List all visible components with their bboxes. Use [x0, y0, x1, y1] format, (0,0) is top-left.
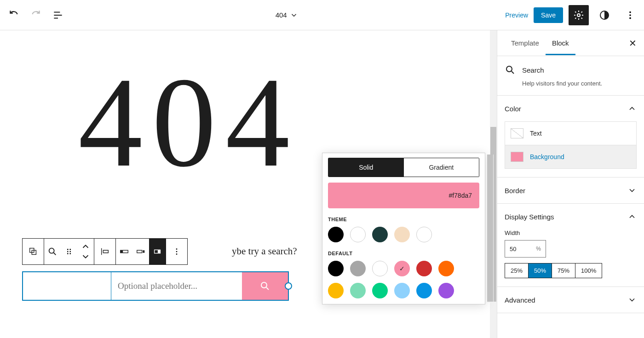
settings-button[interactable]	[569, 5, 589, 25]
svg-point-21	[176, 251, 178, 252]
drag-icon	[64, 246, 74, 257]
svg-point-10	[67, 251, 69, 252]
chevron-down-icon	[627, 186, 637, 195]
hex-input[interactable]: #f78da7	[328, 183, 479, 208]
settings-sidebar: Template Block ✕ Search Help visitors fi…	[497, 30, 644, 338]
solid-tab[interactable]: Solid	[328, 158, 404, 177]
color-item-background[interactable]: Background	[505, 145, 637, 169]
scrollbar-thumb[interactable]	[487, 155, 493, 302]
color-swatch[interactable]	[350, 227, 366, 242]
theme-colors-label: THEME	[328, 217, 479, 222]
color-popover: Solid Gradient #f78da7 THEME DEFAULT	[322, 153, 485, 304]
width-opt-75[interactable]: 75%	[552, 264, 575, 278]
redo-button[interactable]	[26, 5, 46, 25]
color-swatch[interactable]	[328, 261, 344, 276]
color-swatch[interactable]	[394, 227, 410, 242]
section-border-toggle[interactable]: Border	[497, 178, 644, 203]
paragraph-tail[interactable]: ybe try a search?	[232, 246, 297, 257]
width-input[interactable]: 50 %	[505, 240, 546, 258]
color-swatch[interactable]	[328, 227, 344, 242]
block-title: Search	[522, 66, 544, 74]
drag-handle[interactable]	[61, 239, 77, 264]
button-icon-button[interactable]	[149, 239, 166, 264]
kebab-icon	[625, 10, 635, 20]
svg-point-0	[577, 14, 580, 17]
undo-button[interactable]	[4, 5, 24, 25]
search-input[interactable]: Optional placeholder...	[111, 272, 242, 300]
gear-icon	[573, 10, 584, 21]
width-opt-100[interactable]: 100%	[575, 264, 602, 278]
color-swatch[interactable]	[328, 283, 344, 298]
block-toolbar	[22, 238, 188, 265]
list-view-button[interactable]	[48, 5, 68, 25]
contrast-icon	[599, 10, 610, 21]
search-icon	[505, 64, 516, 75]
styles-button[interactable]	[594, 5, 615, 25]
svg-point-13	[69, 253, 71, 254]
more-options-button[interactable]	[620, 5, 640, 25]
chevron-down-icon	[627, 295, 637, 304]
chevron-down-icon	[290, 11, 298, 19]
select-parent-button[interactable]	[23, 239, 44, 264]
gradient-tab[interactable]: Gradient	[404, 158, 479, 177]
color-swatch[interactable]	[372, 283, 388, 298]
default-colors-label: DEFAULT	[328, 251, 479, 256]
svg-point-11	[69, 251, 71, 252]
color-swatch[interactable]	[372, 261, 388, 276]
color-swatch[interactable]	[372, 227, 388, 242]
block-type-button[interactable]	[44, 239, 61, 264]
color-swatch[interactable]	[394, 283, 410, 298]
document-title: 404	[276, 11, 287, 19]
svg-point-7	[49, 248, 54, 253]
color-swatch[interactable]	[416, 283, 432, 298]
solid-gradient-toggle: Solid Gradient	[328, 158, 479, 177]
move-buttons[interactable]	[77, 239, 94, 264]
preview-button[interactable]: Preview	[505, 11, 528, 19]
svg-point-20	[176, 248, 178, 250]
color-swatch[interactable]	[416, 227, 432, 242]
search-block[interactable]: Optional placeholder...	[22, 271, 289, 301]
svg-point-8	[67, 249, 69, 250]
default-swatches-row1	[328, 261, 479, 276]
color-swatch[interactable]	[416, 261, 432, 276]
document-title-area[interactable]: 404	[68, 11, 505, 19]
search-label-area[interactable]	[23, 272, 111, 300]
default-swatches-row2	[328, 283, 479, 298]
svg-point-22	[176, 253, 178, 255]
color-swatch[interactable]	[438, 261, 454, 276]
toggle-label-button[interactable]	[116, 239, 132, 264]
close-sidebar-button[interactable]: ✕	[629, 38, 637, 49]
tab-template[interactable]: Template	[505, 31, 546, 55]
section-advanced-toggle[interactable]: Advanced	[497, 287, 644, 313]
color-item-text[interactable]: Text	[505, 121, 637, 145]
color-swatch[interactable]	[394, 261, 410, 276]
section-color-toggle[interactable]: Color	[497, 96, 644, 121]
top-toolbar: 404 Preview Save	[0, 0, 644, 30]
button-position-button[interactable]	[132, 239, 149, 264]
chevron-up-icon	[80, 241, 91, 252]
chevron-down-icon	[80, 252, 91, 262]
popover-scrollbar[interactable]	[487, 155, 494, 303]
search-submit-button[interactable]	[242, 272, 288, 300]
toolbar-right: Preview Save	[505, 5, 640, 25]
align-button[interactable]	[94, 239, 115, 264]
svg-point-9	[69, 249, 71, 250]
width-options: 25% 50% 75% 100%	[505, 263, 602, 278]
width-opt-25[interactable]: 25%	[505, 264, 529, 278]
block-more-button[interactable]	[166, 239, 187, 264]
color-swatch[interactable]	[350, 283, 366, 298]
section-display-toggle[interactable]: Display Settings	[497, 204, 644, 229]
color-swatch[interactable]	[350, 261, 366, 276]
svg-point-2	[629, 11, 631, 13]
resize-handle[interactable]	[285, 282, 292, 290]
tab-block[interactable]: Block	[546, 31, 575, 55]
svg-rect-15	[121, 250, 123, 253]
sidebar-tabs: Template Block ✕	[497, 30, 644, 56]
section-color: Color Text Background	[497, 96, 644, 178]
svg-point-23	[261, 282, 267, 288]
width-opt-50[interactable]: 50%	[529, 264, 552, 278]
save-button[interactable]: Save	[534, 7, 563, 23]
background-color-chip	[511, 152, 523, 162]
color-swatch[interactable]	[438, 283, 454, 298]
block-card: Search Help visitors find your content.	[497, 56, 644, 96]
